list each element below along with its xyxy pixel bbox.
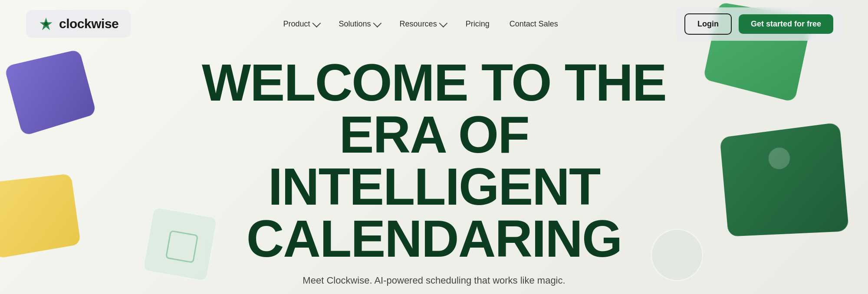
nav-label-resources: Resources xyxy=(400,20,437,29)
nav-item-contact[interactable]: Contact Sales xyxy=(502,15,566,33)
chevron-down-icon xyxy=(373,19,381,28)
hero-title-line2: ERA OF INTELLIGENT xyxy=(268,105,600,216)
nav-label-product: Product xyxy=(283,20,310,29)
navbar: clockwise Product Solutions Resources Pr… xyxy=(0,0,868,48)
nav-item-resources[interactable]: Resources xyxy=(392,15,454,33)
logo-text: clockwise xyxy=(59,16,118,31)
hero-title-line1: WELCOME TO THE xyxy=(202,53,666,111)
get-started-button[interactable]: Get started for free xyxy=(739,14,833,34)
nav-links: Product Solutions Resources Pricing Cont… xyxy=(240,15,566,33)
login-button[interactable]: Login xyxy=(684,13,732,35)
nav-item-solutions[interactable]: Solutions xyxy=(331,15,388,33)
nav-label-pricing: Pricing xyxy=(466,20,490,29)
svg-point-0 xyxy=(44,22,48,26)
deco-block-green-right xyxy=(720,122,849,237)
nav-actions: Login Get started for free xyxy=(676,7,842,41)
nav-item-pricing[interactable]: Pricing xyxy=(458,15,497,33)
hero-subtitle: Meet Clockwise. AI-powered scheduling th… xyxy=(302,275,565,286)
hero-title: WELCOME TO THE ERA OF INTELLIGENT CALEND… xyxy=(174,56,694,265)
hero-title-line3: CALENDARING xyxy=(247,209,622,268)
logo[interactable]: clockwise xyxy=(26,10,131,38)
clockwise-logo-icon xyxy=(38,16,54,32)
hero-section: WELCOME TO THE ERA OF INTELLIGENT CALEND… xyxy=(174,48,694,294)
nav-label-solutions: Solutions xyxy=(339,20,371,29)
deco-block-yellow xyxy=(0,173,81,258)
chevron-down-icon xyxy=(439,19,447,28)
chevron-down-icon xyxy=(312,19,321,28)
nav-item-product[interactable]: Product xyxy=(275,15,326,33)
nav-label-contact: Contact Sales xyxy=(510,20,558,29)
